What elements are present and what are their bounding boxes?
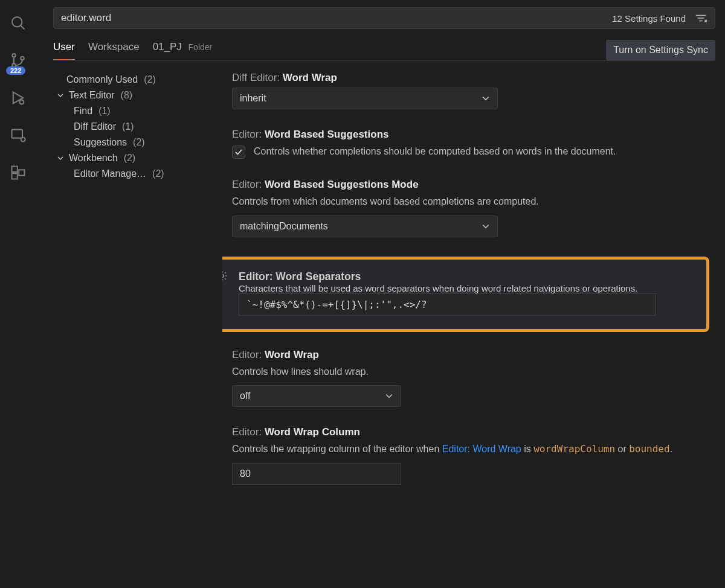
setting-word-based-suggestions: Editor: Word Based Suggestions Controls …: [232, 129, 715, 159]
source-control-icon[interactable]: 222: [10, 52, 27, 69]
tab-folder[interactable]: 01_PJ Folder: [153, 41, 213, 59]
svg-rect-10: [19, 170, 24, 175]
setting-description: Characters that will be used as word sep…: [239, 283, 694, 293]
source-control-badge: 222: [6, 66, 25, 75]
settings-search-input[interactable]: [61, 12, 612, 24]
search-icon[interactable]: [10, 14, 27, 31]
svg-point-0: [12, 17, 22, 27]
settings-tree: Commonly Used(2) Text Editor(8) Find(1) …: [53, 72, 222, 588]
svg-line-1: [21, 25, 24, 29]
setting-description: Controls the wrapping column of the edit…: [232, 442, 715, 457]
tree-workbench[interactable]: Workbench(2): [53, 150, 222, 166]
tab-folder-label: 01_PJ: [153, 41, 182, 53]
chevron-down-icon: [385, 392, 393, 400]
tree-suggestions[interactable]: Suggestions(2): [53, 135, 222, 150]
chevron-down-icon: [482, 222, 490, 231]
word-based-suggestions-mode-select[interactable]: matchingDocuments: [232, 216, 498, 237]
tree-diff-editor[interactable]: Diff Editor(1): [53, 119, 222, 135]
tree-find[interactable]: Find(1): [53, 103, 222, 119]
select-value: matchingDocuments: [240, 221, 328, 232]
word-wrap-column-input[interactable]: [232, 463, 401, 485]
settings-list: Diff Editor: Word Wrap inherit Editor: W…: [222, 72, 715, 588]
setting-word-wrap: Editor: Word Wrap Controls how lines sho…: [232, 349, 715, 407]
tab-folder-suffix: Folder: [188, 42, 213, 52]
setting-description: Controls whether completions should be c…: [254, 144, 616, 159]
setting-word-separators-highlight: Editor: Word Separators Characters that …: [222, 257, 709, 332]
select-value: inherit: [240, 93, 266, 104]
svg-point-2: [12, 54, 16, 57]
filter-icon[interactable]: [694, 11, 707, 25]
tab-user[interactable]: User: [53, 41, 75, 60]
tree-commonly-used[interactable]: Commonly Used(2): [53, 72, 222, 88]
word-separators-input[interactable]: [239, 293, 656, 316]
run-debug-icon[interactable]: [10, 89, 27, 106]
word-wrap-select[interactable]: off: [232, 385, 401, 407]
extensions-icon[interactable]: [10, 164, 27, 181]
setting-description: Controls how lines should wrap.: [232, 365, 715, 380]
chevron-down-icon: [482, 94, 490, 103]
tab-workspace[interactable]: Workspace: [88, 41, 140, 59]
setting-diff-word-wrap: Diff Editor: Word Wrap inherit: [232, 72, 715, 109]
svg-point-16: [222, 274, 224, 277]
settings-search-box[interactable]: 12 Settings Found: [53, 7, 715, 29]
tree-editor-management[interactable]: Editor Manage…(2): [53, 166, 222, 182]
chevron-down-icon: [57, 92, 65, 99]
editor-word-wrap-link[interactable]: Editor: Word Wrap: [442, 444, 521, 454]
select-value: off: [240, 391, 251, 401]
remote-explorer-icon[interactable]: [10, 127, 27, 144]
svg-point-4: [21, 57, 24, 60]
setting-word-wrap-column: Editor: Word Wrap Column Controls the wr…: [232, 426, 715, 485]
svg-point-7: [21, 138, 25, 142]
diff-word-wrap-select[interactable]: inherit: [232, 88, 498, 109]
activity-bar: 222: [0, 0, 36, 588]
settings-results-count: 12 Settings Found: [612, 13, 686, 24]
svg-point-5: [19, 100, 24, 104]
word-based-suggestions-checkbox[interactable]: [232, 145, 245, 159]
setting-description: Controls from which documents word based…: [232, 194, 715, 209]
gear-icon[interactable]: [222, 270, 228, 283]
settings-sync-button[interactable]: Turn on Settings Sync: [606, 40, 715, 60]
svg-rect-8: [12, 167, 18, 172]
svg-rect-6: [12, 130, 23, 138]
setting-word-based-suggestions-mode: Editor: Word Based Suggestions Mode Cont…: [232, 179, 715, 237]
divider: [53, 60, 715, 61]
chevron-down-icon: [57, 155, 65, 162]
svg-rect-9: [12, 173, 18, 179]
tree-text-editor[interactable]: Text Editor(8): [53, 88, 222, 103]
